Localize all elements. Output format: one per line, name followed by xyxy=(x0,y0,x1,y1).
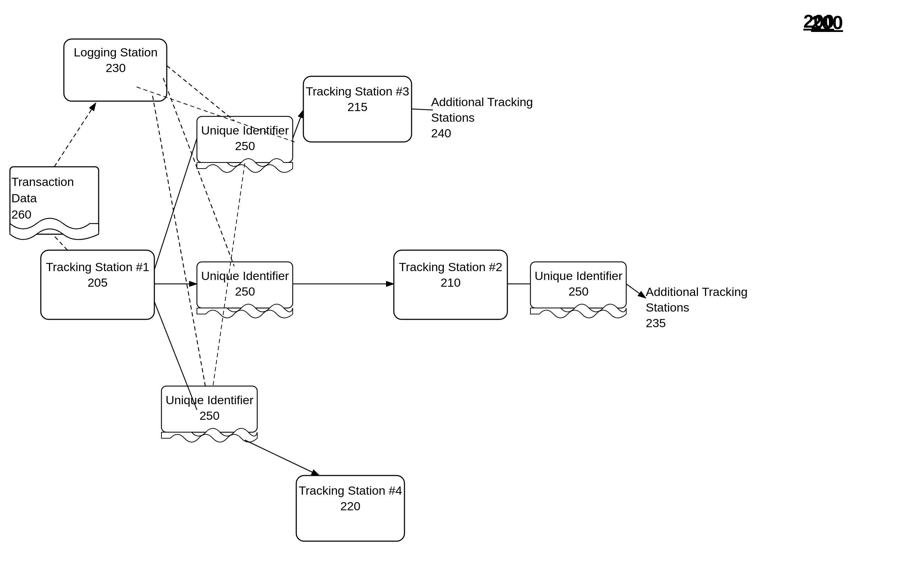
transaction-data-label: Transaction Data 260 xyxy=(11,174,93,223)
tracking-station-2-label: Tracking Station #2 210 xyxy=(395,259,506,290)
uid-top-label: Unique Identifier 250 xyxy=(198,122,292,154)
svg-line-17 xyxy=(293,110,303,139)
diagram-container: 200 xyxy=(0,0,898,588)
figure-number-label: 200 xyxy=(811,11,843,33)
uid-right-label: Unique Identifier 250 xyxy=(532,268,626,299)
svg-line-15 xyxy=(163,78,234,266)
logging-station-label: Logging Station 230 xyxy=(69,45,162,75)
svg-line-22 xyxy=(245,440,319,476)
tracking-station-3-label: Tracking Station #3 215 xyxy=(305,83,410,115)
uid-mid-label: Unique Identifier 250 xyxy=(198,268,292,299)
svg-line-12 xyxy=(54,103,96,167)
svg-line-18 xyxy=(154,139,197,270)
tracking-station-1-label: Tracking Station #1 205 xyxy=(43,259,152,290)
tracking-station-4-label: Tracking Station #4 220 xyxy=(298,483,403,514)
svg-line-14 xyxy=(167,66,234,121)
uid-bot-label: Unique Identifier 250 xyxy=(163,392,257,423)
additional-tracking-top-label: Additional Tracking Stations 240 xyxy=(431,94,544,141)
additional-tracking-right-label: Additional Tracking Stations 235 xyxy=(646,284,759,331)
svg-line-25 xyxy=(412,109,433,110)
diagram-svg xyxy=(0,0,898,588)
svg-line-24 xyxy=(626,284,646,298)
svg-line-13 xyxy=(54,236,68,250)
